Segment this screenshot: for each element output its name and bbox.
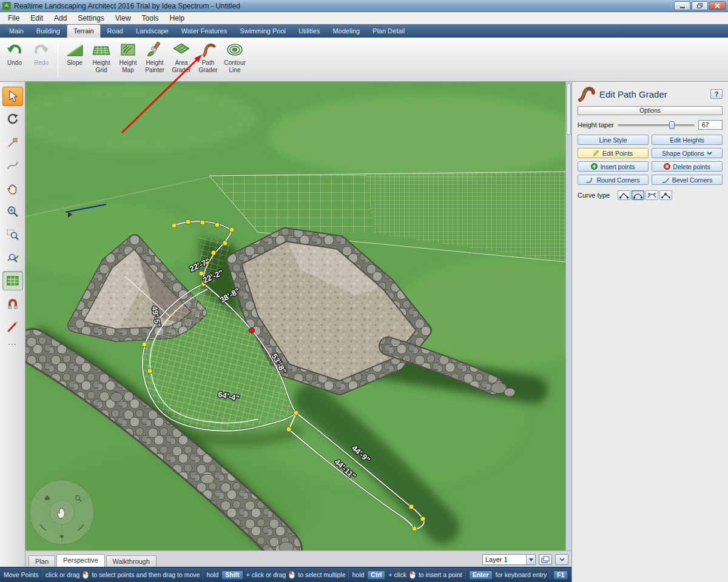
- control-point[interactable]: [294, 410, 298, 415]
- insert-points-button[interactable]: Insert points: [578, 161, 649, 172]
- menu-item-edit[interactable]: Edit: [25, 13, 49, 24]
- control-point[interactable]: [142, 342, 147, 347]
- control-point[interactable]: [172, 223, 177, 228]
- marker-tool[interactable]: [2, 317, 23, 336]
- select-tool[interactable]: [2, 87, 23, 106]
- menu-item-add[interactable]: Add: [49, 13, 72, 24]
- menu-item-view[interactable]: View: [110, 13, 136, 24]
- view-tab-plan[interactable]: Plan: [29, 555, 55, 567]
- view-tab-perspective[interactable]: Perspective: [56, 554, 104, 567]
- tab-terrain[interactable]: Terrain: [67, 24, 101, 38]
- undo-button[interactable]: Undo: [1, 40, 28, 67]
- tab-utilities[interactable]: Utilities: [292, 25, 326, 38]
- zoom-region-tool[interactable]: [2, 225, 23, 244]
- bevel-corners-button[interactable]: Bevel Corners: [652, 175, 723, 185]
- curve-tool[interactable]: [2, 156, 23, 175]
- height-taper-label: Height taper: [578, 121, 614, 129]
- undo-icon: [6, 40, 23, 59]
- curve-type-smooth-button[interactable]: [632, 190, 644, 200]
- edit-heights-button[interactable]: Edit Heights: [652, 135, 723, 145]
- contour-line-tool[interactable]: Contour Line: [221, 40, 248, 73]
- edit-node-tool[interactable]: [2, 133, 23, 152]
- marker-icon: [6, 320, 19, 333]
- slider-thumb[interactable]: [669, 121, 675, 129]
- tab-swimming-pool[interactable]: Swimming Pool: [234, 25, 292, 38]
- menu-item-tools[interactable]: Tools: [136, 13, 164, 24]
- tab-road[interactable]: Road: [101, 25, 129, 38]
- tab-water-features[interactable]: Water Features: [175, 25, 233, 38]
- layer-select-arrow-icon[interactable]: [526, 555, 535, 564]
- edit-layers-button[interactable]: [539, 554, 552, 565]
- round-corner-icon: [586, 177, 594, 183]
- close-button[interactable]: [709, 1, 726, 10]
- slider-track: [618, 124, 695, 126]
- edit-node-icon: [6, 136, 19, 149]
- zoom-extents-tool[interactable]: [2, 248, 23, 267]
- tab-building[interactable]: Building: [30, 25, 66, 38]
- minimize-button[interactable]: [674, 1, 690, 10]
- grid-icon: [6, 274, 19, 287]
- tab-plan-detail[interactable]: Plan Detail: [366, 25, 411, 38]
- layer-select[interactable]: Layer 1: [482, 554, 536, 565]
- control-point[interactable]: [409, 504, 414, 509]
- options-header[interactable]: Options: [578, 106, 723, 115]
- status-hint-text: to select points and then drag to move: [92, 571, 200, 578]
- height-taper-value[interactable]: 67: [698, 120, 723, 130]
- control-point[interactable]: [412, 526, 417, 531]
- height-taper-slider[interactable]: [618, 121, 695, 130]
- control-point[interactable]: [229, 227, 234, 232]
- menu-item-file[interactable]: File: [2, 13, 25, 24]
- app-icon: [2, 2, 11, 10]
- bevel-corner-icon: [662, 177, 670, 183]
- shape-options-button[interactable]: Shape Options: [652, 148, 723, 158]
- more-tools-indicator[interactable]: ...: [8, 338, 17, 347]
- delete-points-button[interactable]: Delete points: [652, 161, 723, 172]
- scrollbar-thumb[interactable]: [567, 83, 571, 135]
- zoom-tool[interactable]: [2, 202, 23, 221]
- control-point[interactable]: [199, 271, 204, 276]
- control-point[interactable]: [286, 427, 291, 432]
- redo-icon: [33, 40, 50, 59]
- terrain-grid-tool[interactable]: [2, 271, 23, 290]
- control-point[interactable]: [420, 517, 425, 521]
- nav-widget[interactable]: [30, 480, 94, 544]
- shift-key-badge: Shift: [221, 570, 243, 580]
- help-button[interactable]: ?: [710, 89, 723, 99]
- control-point[interactable]: [211, 250, 216, 255]
- viewport-canvas[interactable]: 22'-7" 22'-2" 38'-8" 49'-5" 53'-8" 64'-4…: [25, 82, 565, 550]
- round-corners-button[interactable]: Round Corners: [578, 175, 649, 185]
- tab-modeling[interactable]: Modeling: [326, 25, 366, 38]
- viewport-scrollbar[interactable]: [565, 82, 571, 550]
- control-point[interactable]: [186, 219, 190, 224]
- height-map-tool[interactable]: Height Map: [115, 40, 141, 73]
- curve-type-corner-button[interactable]: [618, 190, 630, 200]
- selected-control-point[interactable]: [249, 328, 255, 333]
- curve-type-auto-button[interactable]: [659, 190, 672, 200]
- ribbon-tabbar: Main Building Terrain Road Landscape Wat…: [0, 24, 728, 38]
- view-tab-walkthrough[interactable]: Walkthrough: [106, 555, 157, 567]
- control-point[interactable]: [200, 220, 205, 225]
- curve-type-bezier-button[interactable]: [645, 190, 658, 200]
- slope-tool[interactable]: Slope: [61, 40, 88, 67]
- area-grader-tool[interactable]: Area Grader: [168, 40, 195, 73]
- status-hint-text: to insert a point: [419, 571, 462, 578]
- restore-button[interactable]: [692, 1, 708, 10]
- menu-item-help[interactable]: Help: [164, 13, 190, 24]
- layer-options-button[interactable]: [555, 554, 568, 565]
- line-style-button[interactable]: Line Style: [578, 135, 649, 145]
- path-grader-tool[interactable]: Path Grader: [195, 40, 221, 73]
- pan-tool[interactable]: [2, 179, 23, 198]
- tab-landscape[interactable]: Landscape: [130, 25, 175, 38]
- height-painter-tool[interactable]: Height Painter: [141, 40, 168, 73]
- edit-points-button[interactable]: Edit Points: [578, 148, 649, 158]
- control-point[interactable]: [215, 222, 220, 227]
- magnet-tool[interactable]: [2, 294, 23, 313]
- status-hint-text: click or drag: [46, 571, 80, 578]
- tab-main[interactable]: Main: [3, 25, 30, 38]
- menu-item-settings[interactable]: Settings: [72, 13, 109, 24]
- control-point[interactable]: [223, 241, 228, 246]
- rotate-view-tool[interactable]: [2, 110, 23, 129]
- height-grid-tool[interactable]: Height Grid: [88, 40, 115, 73]
- redo-button[interactable]: Redo: [28, 40, 55, 67]
- control-point[interactable]: [147, 369, 152, 373]
